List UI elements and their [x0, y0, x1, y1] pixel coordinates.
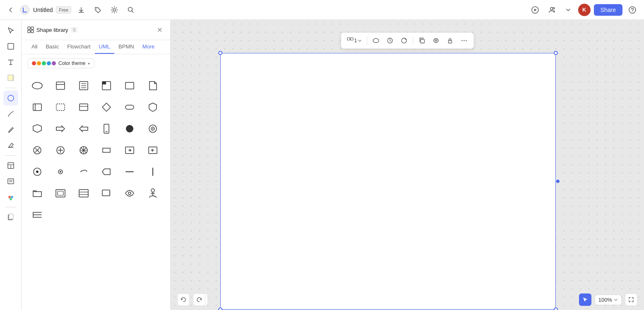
- color-theme-button[interactable]: Color theme ▾: [27, 58, 94, 68]
- shape-display[interactable]: [96, 162, 116, 182]
- shape-circle-plus[interactable]: [51, 140, 70, 160]
- shape-circle-cross[interactable]: [74, 140, 94, 160]
- copy-button[interactable]: [416, 34, 428, 47]
- shape-filled-circle[interactable]: [120, 119, 140, 139]
- shape-panel-close-button[interactable]: ✕: [154, 25, 164, 35]
- tool-text[interactable]: [3, 55, 18, 70]
- tool-text-block[interactable]: [3, 174, 18, 189]
- shape-library-shortcut: S: [71, 27, 78, 33]
- shape-inner-rect[interactable]: [51, 183, 70, 203]
- shape-note-lines[interactable]: [74, 76, 94, 96]
- search-button[interactable]: [124, 3, 137, 17]
- handle-mid-right[interactable]: [556, 180, 560, 183]
- shape-vertical-bar[interactable]: [143, 162, 163, 182]
- shape-toggle-button[interactable]: [370, 34, 382, 47]
- shape-page[interactable]: [143, 76, 163, 96]
- shape-flow-small[interactable]: [51, 162, 70, 182]
- shape-curve[interactable]: [74, 162, 94, 182]
- tool-pages[interactable]: [3, 210, 18, 225]
- main-area: Shape library S ✕ All Basic Flowchart UM…: [0, 20, 644, 310]
- shape-rectangle[interactable]: [120, 76, 140, 96]
- bottom-left-bar: [177, 293, 205, 306]
- help-button[interactable]: [626, 3, 639, 17]
- redo-button[interactable]: [193, 293, 205, 306]
- tab-uml[interactable]: UML: [95, 40, 114, 54]
- fullscreen-button[interactable]: [625, 293, 637, 306]
- arrange-button[interactable]: [384, 34, 396, 47]
- back-button[interactable]: [5, 4, 17, 16]
- shape-double-rect[interactable]: [74, 183, 94, 203]
- floating-toolbar: 1: [340, 32, 474, 49]
- shape-arrow-left[interactable]: [74, 119, 94, 139]
- shape-circle-x[interactable]: [27, 140, 47, 160]
- shape-flow-dot[interactable]: [27, 162, 47, 182]
- tab-all[interactable]: All: [27, 40, 41, 54]
- plan-badge[interactable]: Free: [56, 6, 71, 14]
- shape-arrow-right[interactable]: [51, 119, 70, 139]
- svg-point-98: [464, 40, 465, 41]
- zoom-level-display[interactable]: 100%: [595, 295, 622, 305]
- shape-shield[interactable]: [143, 97, 163, 117]
- canvas-content-box[interactable]: [220, 53, 556, 310]
- svg-line-92: [390, 41, 391, 41]
- color-theme-row: Color theme ▾: [22, 54, 170, 72]
- shape-eye[interactable]: [120, 183, 140, 203]
- tag-button[interactable]: [91, 3, 104, 17]
- share-button[interactable]: Share: [594, 4, 622, 16]
- chevron-down-button[interactable]: [562, 3, 575, 17]
- download-button[interactable]: [75, 3, 88, 17]
- tab-flowchart[interactable]: Flowchart: [63, 40, 94, 54]
- shape-person[interactable]: [143, 183, 163, 203]
- shape-bullseye[interactable]: [143, 119, 163, 139]
- shape-ref-left[interactable]: [27, 97, 47, 117]
- shape-dash[interactable]: [120, 162, 140, 182]
- shape-small-rect[interactable]: [96, 140, 116, 160]
- tool-sticky-note[interactable]: [3, 70, 18, 85]
- settings-button[interactable]: [108, 3, 121, 17]
- visibility-button[interactable]: [430, 34, 442, 47]
- shape-pill[interactable]: [120, 97, 140, 117]
- play-button[interactable]: [528, 3, 542, 17]
- svg-point-97: [462, 40, 463, 41]
- shape-folder-open[interactable]: [27, 183, 47, 203]
- tool-select[interactable]: [3, 23, 18, 38]
- canvas-area[interactable]: 1: [171, 20, 644, 310]
- tab-bpmn[interactable]: BPMN: [114, 40, 138, 54]
- tab-more[interactable]: More: [138, 40, 159, 54]
- lock-button[interactable]: [444, 34, 456, 47]
- tool-frames[interactable]: [3, 39, 18, 54]
- pointer-tool-button[interactable]: [579, 293, 591, 306]
- undo-button[interactable]: [177, 293, 190, 306]
- tab-basic[interactable]: Basic: [41, 40, 63, 54]
- shape-dashed-rect[interactable]: [51, 97, 70, 117]
- shape-diamond[interactable]: [96, 97, 116, 117]
- shape-ellipse[interactable]: [27, 76, 47, 96]
- shape-rect-arrow-out[interactable]: [143, 140, 163, 160]
- shape-grid: [22, 72, 170, 228]
- tool-pencil[interactable]: [3, 122, 18, 137]
- shape-frame[interactable]: [96, 76, 116, 96]
- handle-top-right[interactable]: [554, 51, 558, 55]
- user-avatar[interactable]: K: [578, 4, 591, 16]
- shape-list[interactable]: [27, 205, 47, 225]
- style-button[interactable]: [398, 34, 410, 47]
- tool-color-theme[interactable]: [3, 190, 18, 204]
- collaborate-button[interactable]: [545, 3, 558, 17]
- shape-tag[interactable]: [27, 119, 47, 139]
- svg-point-68: [60, 171, 61, 173]
- tool-shapes[interactable]: [3, 91, 18, 106]
- shape-shadow-rect[interactable]: [96, 183, 116, 203]
- tool-table[interactable]: [3, 158, 18, 173]
- shape-phone[interactable]: [96, 119, 116, 139]
- color-theme-chevron: ▾: [88, 61, 90, 66]
- handle-top-left[interactable]: [218, 51, 222, 55]
- shape-rect-arrow-in[interactable]: [120, 140, 140, 160]
- diagram-type-dropdown[interactable]: 1: [344, 36, 364, 46]
- handle-bottom-right[interactable]: [554, 308, 558, 310]
- shape-entity[interactable]: [74, 97, 94, 117]
- shape-actor-box[interactable]: [51, 76, 70, 96]
- tool-pen[interactable]: [3, 106, 18, 121]
- more-button[interactable]: [458, 34, 470, 47]
- svg-point-6: [553, 7, 555, 9]
- tool-eraser[interactable]: [3, 138, 18, 153]
